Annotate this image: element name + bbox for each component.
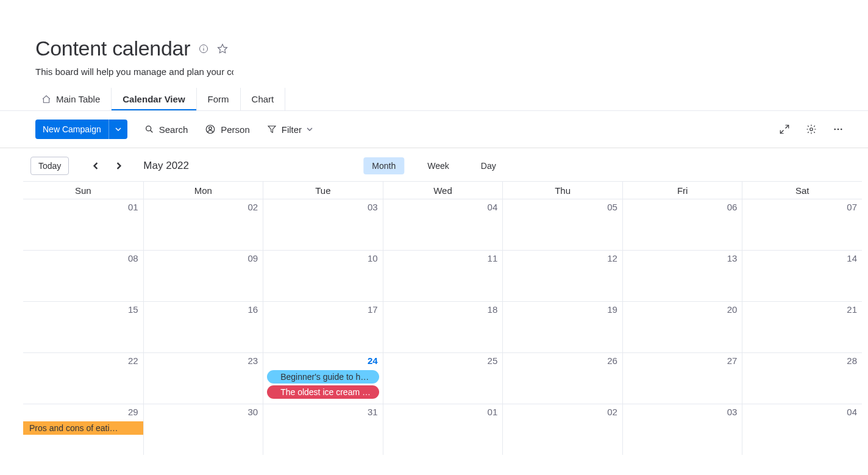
day-cell[interactable]: 30 [143,404,263,455]
day-cell[interactable]: 01 [23,199,143,250]
day-cell[interactable]: 15 [23,301,143,352]
svg-line-5 [150,130,152,133]
chevron-down-icon[interactable] [108,120,127,139]
day-number: 03 [727,407,738,417]
day-cell[interactable]: 13 [622,250,742,301]
home-icon [41,95,51,104]
day-cell[interactable]: 02 [502,404,622,455]
dow-cell: Tue [263,182,383,199]
dow-cell: Thu [502,182,622,199]
tab-form[interactable]: Form [196,88,240,110]
day-number: 08 [128,253,138,263]
day-number: 01 [488,407,498,417]
day-cell[interactable]: 27 [622,352,742,404]
day-number: 29 [128,407,138,417]
day-cell[interactable]: 24Beginner's guide to h…The oldest ice c… [263,352,383,404]
day-cell[interactable]: 25 [383,352,503,404]
view-month-button[interactable]: Month [363,157,404,174]
day-cell[interactable]: 29Pros and cons of eati… [23,404,143,455]
filter-button[interactable]: Filter [267,124,313,135]
day-cell[interactable]: 20 [622,301,742,352]
day-number: 14 [847,253,857,263]
view-day-button[interactable]: Day [472,157,505,174]
svg-marker-3 [218,44,227,52]
search-button[interactable]: Search [144,124,188,135]
svg-point-13 [838,129,839,130]
calendar-event[interactable]: Pros and cons of eati… [23,421,143,435]
day-cell[interactable]: 01 [383,404,503,455]
day-cell[interactable]: 06 [622,199,742,250]
day-number: 05 [607,202,617,212]
day-cell[interactable]: 12 [502,250,622,301]
current-month-label: May 2022 [143,160,189,172]
day-number: 17 [368,304,378,315]
day-cell[interactable]: 05 [502,199,622,250]
new-campaign-button[interactable]: New Campaign [35,120,127,139]
info-icon[interactable] [199,44,208,54]
svg-point-2 [204,46,204,47]
day-number: 02 [607,407,617,417]
day-cell[interactable]: 16 [143,301,263,352]
day-cell[interactable]: 22 [23,352,143,404]
day-number: 16 [247,304,258,315]
calendar-event[interactable]: The oldest ice cream … [267,385,379,399]
day-cell[interactable]: 03 [622,404,742,455]
tool-label: Search [159,124,188,135]
day-cell[interactable]: 14 [742,250,862,301]
page-subtitle: This board will help you manage and plan… [35,66,233,77]
star-icon[interactable] [217,43,228,54]
calendar-grid: 0102030405060708091011121314151617181920… [23,199,862,455]
day-number: 22 [128,355,138,366]
filter-icon [267,124,277,134]
button-label: New Campaign [35,120,108,139]
expand-icon[interactable] [779,124,790,135]
chevron-down-icon [307,126,313,132]
day-number: 28 [847,355,857,366]
day-cell[interactable]: 21 [742,301,862,352]
day-cell[interactable]: 07 [742,199,862,250]
dow-cell: Mon [143,182,263,199]
tab-main-table[interactable]: Main Table [35,88,111,110]
day-cell[interactable]: 04 [742,404,862,455]
day-cell[interactable]: 09 [143,250,263,301]
prev-month-button[interactable] [90,160,102,172]
day-cell[interactable]: 02 [143,199,263,250]
day-cell[interactable]: 23 [143,352,263,404]
day-number: 30 [247,407,258,417]
day-number: 13 [727,253,738,263]
day-cell[interactable]: 03 [263,199,383,250]
day-cell[interactable]: 17 [263,301,383,352]
day-cell[interactable]: 28 [742,352,862,404]
day-number: 18 [488,304,498,315]
tab-label: Form [208,94,229,104]
day-number: 04 [847,407,857,417]
next-month-button[interactable] [113,160,125,172]
day-cell[interactable]: 26 [502,352,622,404]
tab-calendar-view[interactable]: Calendar View [111,88,196,110]
person-button[interactable]: Person [205,124,250,135]
day-cell[interactable]: 08 [23,250,143,301]
calendar-event[interactable]: Beginner's guide to h… [267,370,379,384]
day-number: 20 [727,304,738,315]
svg-point-4 [146,126,151,131]
svg-marker-8 [268,126,276,133]
tool-label: Person [221,124,250,135]
more-icon[interactable] [833,124,844,135]
dow-cell: Sun [23,182,143,199]
day-cell[interactable]: 19 [502,301,622,352]
day-number: 11 [488,253,498,263]
tab-chart[interactable]: Chart [240,88,286,110]
gear-icon[interactable] [806,124,817,135]
day-cell[interactable]: 31 [263,404,383,455]
day-cell[interactable]: 10 [263,250,383,301]
view-week-button[interactable]: Week [419,157,458,174]
day-number: 31 [368,407,378,417]
day-number: 15 [128,304,138,315]
day-cell[interactable]: 11 [383,250,503,301]
tool-label: Filter [282,124,302,135]
today-button[interactable]: Today [30,157,69,175]
day-number: 21 [847,304,857,315]
day-cell[interactable]: 04 [383,199,503,250]
day-cell[interactable]: 18 [383,301,503,352]
day-number: 01 [128,202,138,212]
